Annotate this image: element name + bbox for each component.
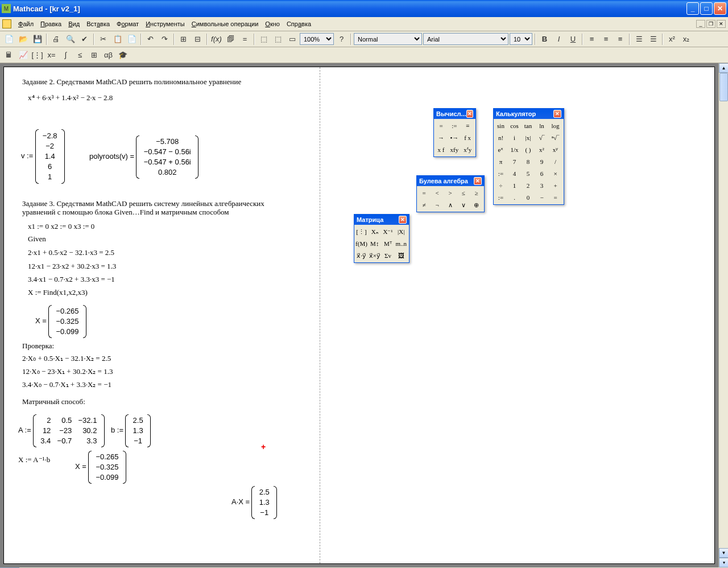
save-button[interactable]: 💾 (31, 33, 44, 46)
eval-xfy[interactable]: xfy (448, 144, 460, 155)
calc-cell-9[interactable]: ⁿ√‾ (549, 132, 561, 143)
calc-cell-34[interactable]: = (549, 192, 561, 203)
bool-le[interactable]: ≤ (457, 187, 469, 199)
programming-palette-button[interactable]: ⊞ (88, 49, 101, 61)
calc-cell-23[interactable]: 6 (536, 168, 548, 179)
menu-symbolic[interactable]: Символьные операции (188, 19, 262, 28)
scroll-page-button[interactable]: ▾ (719, 558, 728, 567)
matrix-palette[interactable]: Матрица✕ [⋮] Xₙ X⁻¹ |X| f(M) M↕ Mᵀ m..n … (354, 214, 410, 263)
eval-eq[interactable]: = (435, 120, 447, 131)
calc-cell-8[interactable]: √‾ (536, 132, 548, 143)
bool-not[interactable]: ¬ (431, 199, 443, 211)
bullets-button[interactable]: ☰ (632, 33, 646, 46)
close-button[interactable]: ✕ (714, 2, 726, 15)
calc-cell-0[interactable]: sin (495, 120, 507, 131)
calc-cell-26[interactable]: 1 (508, 180, 520, 191)
style-combo[interactable]: Normal (354, 33, 422, 45)
eval-ident[interactable]: ≡ (462, 120, 474, 131)
calc-cell-32[interactable]: 0 (522, 192, 534, 203)
menu-help[interactable]: Справка (283, 19, 315, 28)
align-right-button[interactable]: ≡ (614, 33, 627, 46)
calculator-palette[interactable]: Калькулятор✕ sincostanlnlogn!i|x|√‾ⁿ√‾eˣ… (493, 108, 564, 205)
boolean-palette[interactable]: Булева алгебра✕ = < > ≤ ≥ ≠ ¬ ∧ ∨ ⊕ (416, 175, 485, 212)
calc-cell-31[interactable]: . (508, 192, 520, 203)
menu-edit[interactable]: Правка (37, 19, 65, 28)
calculus-palette-button[interactable]: ∫ (59, 49, 72, 61)
matrix-palette-close-icon[interactable]: ✕ (399, 216, 407, 224)
menu-insert[interactable]: Вставка (83, 19, 113, 28)
bool-gt[interactable]: > (444, 187, 456, 199)
calc-cell-2[interactable]: tan (522, 120, 534, 131)
greek-palette-button[interactable]: αβ (102, 49, 115, 61)
sub-button[interactable]: x₂ (680, 33, 693, 46)
mat-insert[interactable]: [⋮] (355, 226, 367, 237)
paste-button[interactable]: 📄 (125, 33, 138, 46)
menu-window[interactable]: Окно (262, 19, 283, 28)
calc-cell-1[interactable]: cos (508, 120, 520, 131)
mat-f[interactable]: f(M) (355, 238, 367, 249)
calc-cell-15[interactable]: π (495, 156, 507, 167)
boolean-palette-close-icon[interactable]: ✕ (474, 177, 482, 185)
calc-cell-5[interactable]: n! (495, 132, 507, 143)
calc-cell-33[interactable]: − (536, 192, 548, 203)
align-left-button[interactable]: ≡ (585, 33, 598, 46)
eval-palette-button[interactable]: x= (45, 49, 58, 61)
sup-button[interactable]: x² (665, 33, 679, 46)
undo-button[interactable]: ↶ (144, 33, 157, 46)
calc-cell-17[interactable]: 8 (522, 156, 534, 167)
align2-button[interactable]: ⊟ (191, 33, 204, 46)
eval-assign[interactable]: := (448, 120, 460, 131)
mat-dot[interactable]: x⃗·y⃗ (355, 250, 367, 261)
align-button[interactable]: ⊞ (177, 33, 190, 46)
matrix-palette-button[interactable]: [⋮] (31, 49, 44, 61)
cut-button[interactable]: ✂ (97, 33, 110, 46)
open-button[interactable]: 📂 (16, 33, 30, 46)
mat-sub[interactable]: Xₙ (369, 226, 380, 237)
bool-xor[interactable]: ⊕ (470, 199, 482, 211)
fx-button[interactable]: f(x) (210, 33, 223, 46)
bool-and[interactable]: ∧ (444, 199, 456, 211)
calc-cell-6[interactable]: i (508, 132, 520, 143)
calc-cell-25[interactable]: ÷ (495, 180, 507, 191)
copy-button[interactable]: 📋 (111, 33, 124, 46)
mat-inv[interactable]: X⁻¹ (382, 226, 394, 237)
menu-view[interactable]: Вид (65, 19, 83, 28)
font-combo[interactable]: Arial (423, 33, 508, 45)
align-center-button[interactable]: ≡ (599, 33, 613, 46)
mdi-restore-button[interactable]: ❐ (706, 20, 715, 28)
bool-lt[interactable]: < (431, 187, 443, 199)
calc-cell-11[interactable]: 1/x (508, 144, 520, 155)
eval-palette[interactable]: Вычисл...✕ = := ≡ → •→ f x x f xfy xᶠy (433, 108, 476, 157)
bool-or[interactable]: ∨ (457, 199, 469, 211)
eval-palette-close-icon[interactable]: ✕ (466, 110, 473, 118)
calc-cell-22[interactable]: 5 (522, 168, 534, 179)
menu-file[interactable]: Файл (15, 19, 37, 28)
underline-button[interactable]: U (566, 33, 580, 46)
document-page[interactable]: Задание 2. Средствами MathCAD решить пол… (3, 67, 715, 564)
scroll-down-button[interactable]: ▼ (719, 548, 728, 558)
calc-cell-29[interactable]: + (549, 180, 561, 191)
calc-cell-16[interactable]: 7 (508, 156, 520, 167)
calc-cell-7[interactable]: |x| (522, 132, 534, 143)
mdi-close-button[interactable]: ✕ (717, 20, 726, 28)
calc-cell-3[interactable]: ln (536, 120, 548, 131)
bool-eq[interactable]: = (418, 187, 430, 199)
scroll-up-button[interactable]: ▲ (719, 63, 728, 73)
scroll-thumb[interactable] (719, 73, 728, 101)
calc-cell-13[interactable]: x² (536, 144, 548, 155)
bool-ne[interactable]: ≠ (418, 199, 430, 211)
bold-button[interactable]: B (538, 33, 551, 46)
calculator-palette-close-icon[interactable]: ✕ (553, 110, 561, 118)
eval-xf[interactable]: x f (435, 144, 447, 155)
vertical-scrollbar[interactable]: ▲ ▼ ▾ (718, 63, 728, 567)
calc-cell-27[interactable]: 2 (522, 180, 534, 191)
help-button[interactable]: ? (335, 33, 348, 46)
size-combo[interactable]: 10 (510, 33, 532, 45)
maximize-button[interactable]: □ (700, 2, 713, 15)
zoom-combo[interactable]: 100% (300, 33, 334, 45)
spellcheck-button[interactable]: ✔ (78, 33, 91, 46)
calc-cell-4[interactable]: log (549, 120, 561, 131)
boolean-palette-button[interactable]: ≤ (73, 49, 86, 61)
menu-format[interactable]: Формат (113, 19, 142, 28)
component2-button[interactable]: ⬚ (271, 33, 284, 46)
